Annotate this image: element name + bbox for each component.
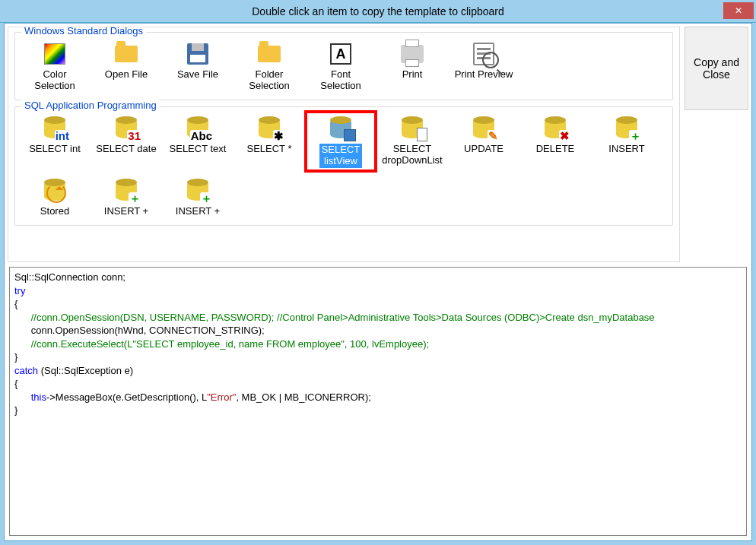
code-line: { [14, 298, 17, 309]
code-comment: //conn.ExecuteSelect(L"SELECT employee_i… [14, 338, 429, 350]
template-item-preview[interactable]: Print Preview [450, 39, 517, 93]
template-item-label: SELECT * [246, 144, 291, 155]
code-line: } [14, 404, 17, 416]
group-title: Windows Standard Dialogs [21, 27, 146, 36]
template-item-label: INSERT + [104, 206, 148, 217]
template-item-label: SELECT date [96, 144, 156, 155]
template-item-label: INSERT + [176, 206, 220, 217]
group-items: Color SelectionOpen FileSave FileFolder … [15, 36, 672, 100]
database-icon: Abc [184, 115, 211, 142]
content-area: Windows Standard DialogsColor SelectionO… [4, 23, 752, 541]
code-line: (Sql::SqlException e) [38, 365, 133, 376]
database-icon: ✱ [256, 115, 283, 142]
titlebar: Double click an item to copy the templat… [0, 0, 756, 23]
code-line: ->MessageBox(e.GetDescription(), L [46, 391, 207, 403]
code-keyword: try [14, 285, 25, 296]
group-items: intSELECT int31SELECT dateAbcSELECT text… [15, 110, 672, 225]
code-line: Sql::SqlConnection conn; [14, 271, 125, 283]
template-item-label: Open File [105, 69, 148, 81]
template-item-stored[interactable]: Stored [21, 176, 88, 219]
database-listview-icon [327, 115, 354, 142]
template-item-label: Print Preview [455, 69, 513, 81]
code-keyword: catch [14, 365, 38, 376]
template-item-label: Print [402, 69, 423, 81]
group-sql: SQL Application ProgrammingintSELECT int… [14, 106, 673, 226]
template-item-delete[interactable]: ✖DELETE [522, 113, 589, 170]
color-icon [41, 40, 68, 68]
group-title: SQL Application Programming [21, 100, 160, 111]
window-title: Double click an item to copy the templat… [0, 5, 756, 17]
database-icon: ✖ [542, 115, 569, 142]
database-icon: ＋ [113, 177, 140, 204]
template-item-sel-star[interactable]: ✱SELECT * [236, 113, 303, 170]
template-item-label: DELETE [536, 144, 575, 155]
template-item-color[interactable]: Color Selection [21, 39, 88, 93]
template-item-sel-text[interactable]: AbcSELECT text [164, 113, 231, 170]
template-item-open[interactable]: Open File [93, 39, 160, 93]
database-icon: ＋ [613, 115, 640, 142]
template-item-sel-date[interactable]: 31SELECT date [93, 113, 160, 170]
template-item-sel-lv[interactable]: SELECT listView [307, 113, 374, 170]
template-item-font[interactable]: AFont Selection [307, 39, 374, 93]
code-line: conn.OpenSession(hWnd, CONNECTION_STRING… [14, 325, 265, 336]
database-icon: 31 [113, 115, 140, 142]
template-item-sel-dd[interactable]: SELECT dropDownList [379, 113, 446, 170]
code-comment: //conn.OpenSession(DSN, USERNAME, PASSWO… [14, 312, 655, 323]
template-item-label: SELECT text [170, 144, 227, 155]
database-dropdown-icon [399, 115, 426, 142]
save-icon [184, 40, 211, 68]
printer-icon [399, 40, 426, 68]
database-refresh-icon [41, 177, 68, 204]
template-item-update[interactable]: ✎UPDATE [450, 113, 517, 170]
template-item-label: Stored [40, 206, 69, 217]
template-item-label: SELECT listView [319, 144, 363, 168]
folder-icon [113, 40, 140, 68]
template-list-scrollpane[interactable]: Windows Standard DialogsColor SelectionO… [8, 27, 680, 262]
template-item-sel-int[interactable]: intSELECT int [21, 113, 88, 170]
template-item-label: Folder Selection [249, 69, 289, 92]
print-preview-icon [470, 40, 497, 68]
folder-icon [256, 40, 283, 68]
template-item-label: Color Selection [34, 69, 75, 92]
template-item-insertp1[interactable]: ＋INSERT + [93, 176, 160, 219]
database-icon: ✎ [470, 115, 497, 142]
template-item-insert[interactable]: ＋INSERT [593, 113, 660, 170]
close-button[interactable]: ✕ [723, 2, 754, 19]
code-line: } [14, 351, 17, 363]
group-std: Windows Standard DialogsColor SelectionO… [14, 32, 673, 100]
template-item-label: SELECT int [29, 144, 81, 155]
template-item-label: Font Selection [320, 69, 361, 92]
template-item-label: Save File [177, 69, 218, 81]
database-icon: int [41, 115, 68, 142]
code-preview[interactable]: Sql::SqlConnection conn; try { //conn.Op… [9, 267, 747, 536]
font-icon: A [327, 40, 354, 68]
template-item-insertp2[interactable]: ＋INSERT + [164, 176, 231, 219]
copy-and-close-button[interactable]: Copy and Close [685, 27, 748, 110]
template-item-label: INSERT [608, 144, 644, 155]
code-line: { [14, 378, 17, 389]
template-item-save[interactable]: Save File [164, 39, 231, 93]
code-string: "Error" [207, 391, 236, 403]
template-item-label: UPDATE [464, 144, 503, 155]
template-item-print[interactable]: Print [379, 39, 446, 93]
template-item-label: SELECT dropDownList [382, 144, 443, 166]
database-icon: ＋ [184, 177, 211, 204]
template-item-folder[interactable]: Folder Selection [236, 39, 303, 93]
code-keyword: this [31, 391, 46, 403]
code-line: , MB_OK | MB_ICONERROR); [236, 391, 370, 403]
